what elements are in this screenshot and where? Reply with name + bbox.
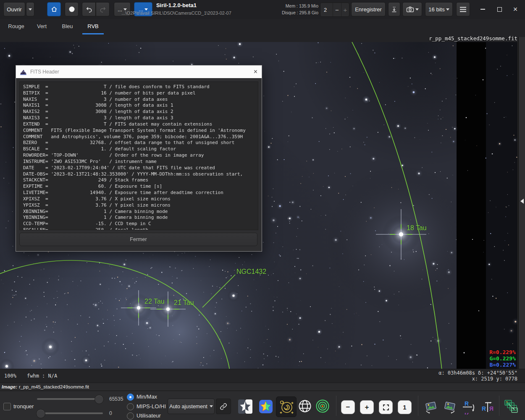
tab-label: Rouge [8, 23, 24, 29]
flip-vertical-button[interactable]: R R [460, 399, 477, 415]
world-coordinates-button[interactable] [297, 398, 313, 415]
tab-rouge[interactable]: Rouge [3, 19, 29, 34]
radio-mips[interactable] [127, 403, 134, 410]
rotate-left-icon [423, 399, 438, 415]
toolbar-separator [336, 396, 336, 416]
preview-spinbutton[interactable]: 2 − + [320, 3, 349, 17]
target-selection-button[interactable] [314, 398, 331, 415]
low-cut-handle[interactable] [36, 409, 45, 418]
svg-text:R: R [482, 405, 486, 412]
bit-depth-dropdown[interactable]: 16 bits [425, 2, 453, 16]
pixel-rgb-readout: R=0.229% G=0.229% B=0.227% [489, 349, 516, 368]
close-button[interactable]: × [509, 2, 522, 16]
tab-bleu[interactable]: Bleu [55, 19, 80, 34]
open-button[interactable]: Ouvrir [3, 2, 25, 16]
open-button-label: Ouvrir [7, 6, 21, 13]
minus-icon: − [346, 403, 350, 412]
main-menu-button[interactable] [456, 2, 470, 16]
high-cut-slider[interactable] [37, 398, 103, 400]
undo-button[interactable] [82, 2, 96, 16]
truncate-checkbox[interactable] [3, 403, 11, 410]
spin-plus-button[interactable]: + [341, 3, 349, 16]
restore-icon [497, 7, 502, 12]
hamburger-icon [459, 7, 467, 12]
toolbar-separator [418, 396, 418, 416]
high-cut-value: 65535 [109, 396, 123, 402]
save-button[interactable]: Enregistrer [351, 2, 386, 16]
globe-icon [298, 399, 312, 413]
photometry-star-toggle[interactable] [256, 397, 276, 416]
window-title-block: Siril-1.2.0-beta1 ...\O2P\travail SIRIL\… [105, 2, 248, 17]
siril-window: Ouvrir ... ... Siril-1.2.0-beta1 ...\O2P… [0, 0, 525, 420]
tab-vert[interactable]: Vert [29, 19, 55, 34]
high-cut-handle[interactable] [94, 395, 104, 404]
minimize-button[interactable] [476, 2, 489, 16]
stretch-mode-dropdown[interactable]: Auto ajustement [168, 399, 215, 414]
zoom-in-button[interactable]: + [360, 400, 374, 414]
fit-view-icon [382, 404, 390, 411]
tab-label: RVB [87, 23, 99, 29]
open-dropdown-button[interactable] [26, 2, 34, 16]
record-button[interactable] [65, 2, 79, 16]
restore-button[interactable] [493, 2, 506, 16]
right-panel-strip [518, 37, 525, 383]
loaded-image-bar: Image: r_pp_m45_stacked249somme.fit [0, 383, 525, 391]
low-cut-slider[interactable] [37, 412, 103, 414]
sequence-frames-button[interactable] [502, 398, 520, 415]
header-bar: Ouvrir ... ... Siril-1.2.0-beta1 ...\O2P… [0, 0, 525, 19]
spin-minus-button[interactable]: − [333, 3, 341, 16]
svg-text:R: R [465, 412, 469, 415]
radio-user-label: Utilisateur [136, 412, 161, 419]
export-icon [391, 6, 398, 13]
panel-expander-arrow-icon[interactable] [520, 199, 524, 204]
rotate-right-button[interactable] [441, 399, 458, 415]
link-channels-button[interactable] [216, 399, 231, 414]
zoom-fit-button[interactable] [379, 400, 393, 414]
fits-header-textview[interactable]: SIMPLE = T / file does conform to FITS s… [19, 81, 258, 230]
radio-user[interactable] [127, 412, 134, 420]
memory-label: Mem : 135.9 Mio [269, 3, 318, 9]
negative-view-toggle[interactable] [236, 397, 255, 416]
close-button-label: Fermer [130, 236, 147, 242]
target-icon [315, 399, 330, 414]
radec-coordinates: α: 03h46m08s δ: +24°50'55" [438, 370, 517, 376]
chevron-down-icon [446, 8, 449, 10]
flip-horizontal-button[interactable]: R R [479, 399, 496, 415]
radio-minmax-label: Min/Max [136, 394, 157, 400]
rotate-left-button[interactable] [423, 399, 439, 415]
zoom-100-button[interactable]: 1 [398, 400, 412, 414]
zoom-level: 100% [4, 373, 16, 379]
record-icon [68, 6, 75, 13]
tab-rvb[interactable]: RVB [80, 19, 106, 34]
dialog-close-icon[interactable]: × [254, 68, 257, 75]
color-star-icon [258, 399, 273, 414]
astrometry-button[interactable] [276, 396, 297, 417]
disk-label: Disque : 295.8 Gio [269, 9, 318, 16]
resources-block: Mem : 135.9 Mio Disque : 295.8 Gio [269, 3, 318, 16]
siril-app-icon [20, 69, 27, 75]
window-title: Siril-1.2.0-beta1 [105, 2, 248, 9]
close-icon: × [513, 5, 518, 14]
image-label: Image: [2, 384, 17, 389]
save-button-label: Enregistrer [355, 6, 382, 13]
working-directory: ...\O2P\travail SIRIL\DSO\CameraCCD_1\20… [105, 9, 248, 17]
truncate-label: tronquer [13, 403, 34, 410]
chevron-down-icon [29, 8, 32, 10]
stretch-mode-label: Auto ajustement [169, 404, 207, 410]
pixel-coordinates: x: 2519 y: 0778 [472, 376, 517, 382]
chain-link-icon [219, 402, 228, 411]
radio-minmax[interactable] [127, 394, 134, 401]
snapshot-button[interactable] [402, 2, 422, 16]
save-as-button[interactable] [388, 2, 400, 16]
toolbar-separator [499, 396, 499, 416]
home-button[interactable] [47, 2, 61, 16]
status-bar: 100% fwhm : N/A α: 03h46m08s δ: +24°50'5… [0, 369, 525, 383]
dialog-titlebar[interactable]: FITS Header × [16, 66, 262, 78]
negative-star-icon [238, 399, 253, 414]
zoom-out-button[interactable]: − [341, 400, 355, 414]
image-name: r_pp_m45_stacked249somme.fit [19, 384, 89, 389]
readout-blue: B=0.227% [489, 362, 516, 368]
image-stack-icon [504, 399, 519, 414]
dialog-close-button[interactable]: Fermer [19, 233, 257, 246]
readout-red: R=0.229% [489, 349, 516, 355]
